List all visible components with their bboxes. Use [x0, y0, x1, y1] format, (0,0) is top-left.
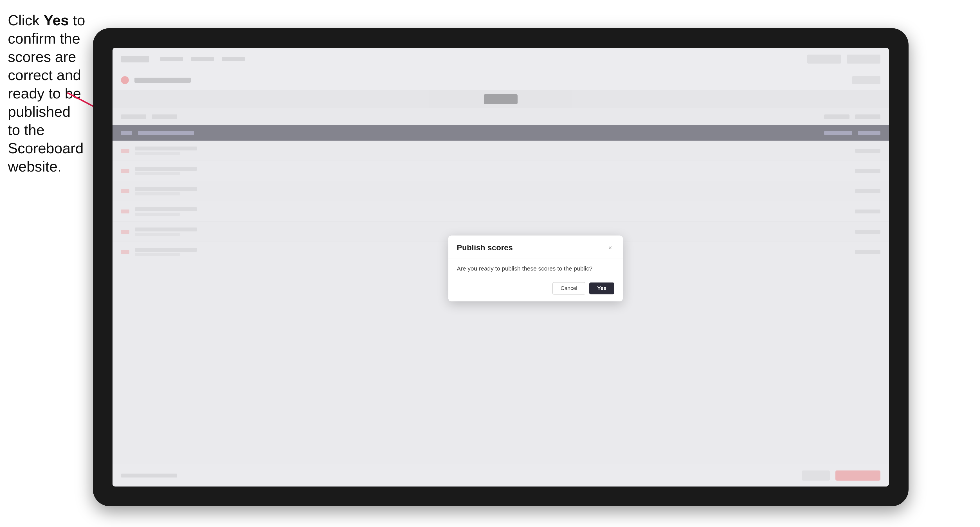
modal-yes-button[interactable]: Yes	[589, 283, 614, 294]
modal-header: Publish scores ×	[449, 235, 623, 258]
publish-scores-modal: Publish scores × Are you ready to publis…	[449, 235, 623, 301]
tablet-screen: Publish scores × Are you ready to publis…	[113, 48, 889, 486]
modal-message: Are you ready to publish these scores to…	[457, 264, 614, 273]
instruction-prefix: Click	[8, 12, 44, 29]
instruction-bold: Yes	[44, 12, 69, 29]
instruction-suffix: to confirm the scores are correct and re…	[8, 12, 85, 175]
modal-cancel-button[interactable]: Cancel	[552, 283, 585, 295]
modal-close-button[interactable]: ×	[606, 243, 614, 252]
instruction-text: Click Yes to confirm the scores are corr…	[8, 11, 87, 176]
modal-body: Are you ready to publish these scores to…	[449, 258, 623, 278]
modal-footer: Cancel Yes	[449, 278, 623, 302]
tablet-device: Publish scores × Are you ready to publis…	[93, 28, 908, 506]
modal-title: Publish scores	[457, 243, 513, 252]
